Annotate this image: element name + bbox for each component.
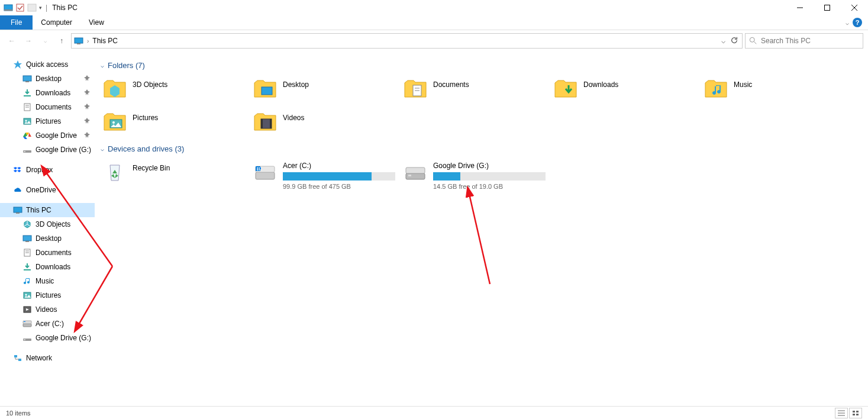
- svg-rect-31: [25, 241, 29, 242]
- svg-point-52: [112, 121, 115, 124]
- svg-marker-25: [23, 137, 27, 139]
- dropbox-icon: [13, 165, 22, 175]
- thispc-icon: [13, 205, 22, 215]
- window-title: This PC: [52, 4, 78, 12]
- refresh-button[interactable]: [730, 36, 738, 46]
- tree-dropbox[interactable]: Dropbox: [0, 163, 95, 177]
- drive-free-text: 14.5 GB free of 19.0 GB: [433, 183, 549, 190]
- tree-item[interactable]: Pictures: [0, 114, 95, 128]
- tree-item[interactable]: 3D Objects: [0, 217, 95, 231]
- 3d-icon: [22, 220, 32, 229]
- view-tab[interactable]: View: [80, 15, 112, 30]
- qat-newfolder-icon[interactable]: [27, 3, 37, 12]
- tree-item[interactable]: Videos: [0, 302, 95, 317]
- drives-group-header[interactable]: ⌵ Devices and drives (3): [101, 144, 868, 153]
- network-icon: [13, 353, 22, 363]
- tree-item[interactable]: Pictures: [0, 288, 95, 302]
- folder-tile[interactable]: Documents: [401, 75, 551, 108]
- navigation-pane[interactable]: Quick access Desktop Downloads Documents…: [0, 51, 95, 406]
- tree-item[interactable]: Music: [0, 274, 95, 288]
- drive-free-text: 99.9 GB free of 475 GB: [283, 183, 399, 190]
- nav-bar: ← → ⌵ ↑ › This PC ⌵: [0, 30, 868, 51]
- svg-marker-23: [28, 133, 31, 137]
- tree-quick-access[interactable]: Quick access: [0, 57, 95, 72]
- folder-tile[interactable]: Music: [702, 75, 852, 108]
- folders-group-header[interactable]: ⌵ Folders (7): [101, 61, 868, 70]
- content-area[interactable]: ⌵ Folders (7) 3D Objects Desktop Documen…: [95, 51, 868, 406]
- svg-rect-13: [23, 76, 31, 81]
- svg-rect-47: [262, 87, 272, 95]
- drive-label: Acer (C:): [283, 162, 399, 170]
- ribbon-expand-icon[interactable]: ⌵: [846, 20, 849, 26]
- svg-rect-1: [4, 9, 12, 11]
- drive-tile[interactable]: Google Drive (G:) 14.5 GB free of 19.0 G…: [401, 158, 551, 192]
- search-box[interactable]: [745, 33, 863, 49]
- drive-tile[interactable]: Recycle Bin: [101, 158, 251, 191]
- pictures-icon: [22, 117, 32, 126]
- folder-tile[interactable]: Desktop: [251, 75, 401, 108]
- chevron-down-icon: ⌵: [101, 62, 104, 69]
- address-dropdown-icon[interactable]: ⌵: [721, 37, 725, 45]
- folder-tile[interactable]: Downloads: [551, 75, 702, 108]
- tree-item[interactable]: Google Drive (G:): [0, 143, 95, 157]
- localdisk-icon: [22, 319, 32, 328]
- computer-tab[interactable]: Computer: [33, 15, 80, 30]
- svg-marker-12: [14, 60, 22, 69]
- pin-icon: [84, 89, 90, 96]
- status-bar: 10 items: [0, 406, 868, 419]
- search-icon: [749, 37, 757, 45]
- thispc-icon: [74, 36, 83, 46]
- close-button[interactable]: [841, 0, 868, 15]
- back-button[interactable]: ←: [5, 34, 19, 48]
- onedrive-icon: [13, 185, 22, 195]
- tree-item[interactable]: Documents: [0, 246, 95, 260]
- svg-rect-27: [24, 151, 25, 152]
- up-button[interactable]: ↑: [54, 34, 69, 48]
- svg-rect-3: [28, 4, 36, 11]
- tree-item[interactable]: Downloads: [0, 86, 95, 100]
- folder-tile[interactable]: 3D Objects: [101, 75, 251, 108]
- documents-folder-icon: [404, 77, 427, 102]
- help-icon[interactable]: ?: [853, 18, 862, 27]
- videos-folder-icon: [253, 110, 277, 136]
- folder-tile[interactable]: Videos: [251, 108, 401, 141]
- drive-label: Google Drive (G:): [433, 162, 549, 170]
- tree-onedrive[interactable]: OneDrive: [0, 183, 95, 197]
- maximize-button[interactable]: [814, 0, 841, 15]
- minimize-button[interactable]: [786, 0, 814, 15]
- tree-item[interactable]: Google Drive: [0, 128, 95, 143]
- tree-item[interactable]: Desktop: [0, 231, 95, 246]
- drive-tile[interactable]: Acer (C:) 99.9 GB free of 475 GB: [251, 158, 401, 192]
- qat-properties-icon[interactable]: [15, 3, 25, 12]
- file-tab[interactable]: File: [0, 15, 33, 30]
- tree-network[interactable]: Network: [0, 351, 95, 365]
- svg-rect-45: [14, 355, 17, 357]
- address-text: This PC: [92, 37, 118, 45]
- search-input[interactable]: [761, 37, 859, 45]
- tree-item[interactable]: Documents: [0, 100, 95, 114]
- svg-rect-56: [256, 172, 275, 179]
- 3d-folder-icon: [103, 77, 127, 102]
- svg-rect-55: [270, 119, 272, 128]
- tree-item[interactable]: Google Drive (G:): [0, 331, 95, 345]
- drive-icon: [22, 145, 32, 154]
- large-icons-view-button[interactable]: [849, 408, 862, 418]
- downloads-icon: [22, 88, 32, 98]
- address-bar[interactable]: › This PC ⌵: [71, 33, 743, 49]
- desktop-folder-icon: [253, 77, 277, 102]
- tree-item[interactable]: Downloads: [0, 260, 95, 274]
- qat-dropdown-icon[interactable]: ▾: [39, 5, 42, 11]
- tree-item[interactable]: Desktop: [0, 72, 95, 86]
- tree-this-pc[interactable]: This PC: [0, 203, 95, 217]
- tree-item[interactable]: Acer (C:): [0, 317, 95, 331]
- recent-locations-button[interactable]: ⌵: [38, 34, 52, 48]
- details-view-button[interactable]: [835, 408, 848, 418]
- drive-icon: [22, 333, 32, 343]
- svg-rect-42: [24, 321, 25, 322]
- folder-tile[interactable]: Pictures: [101, 108, 251, 141]
- svg-rect-9: [77, 43, 80, 44]
- app-icon: [4, 3, 13, 12]
- forward-button[interactable]: →: [21, 34, 36, 48]
- svg-rect-40: [23, 324, 31, 327]
- pictures-icon: [22, 291, 32, 300]
